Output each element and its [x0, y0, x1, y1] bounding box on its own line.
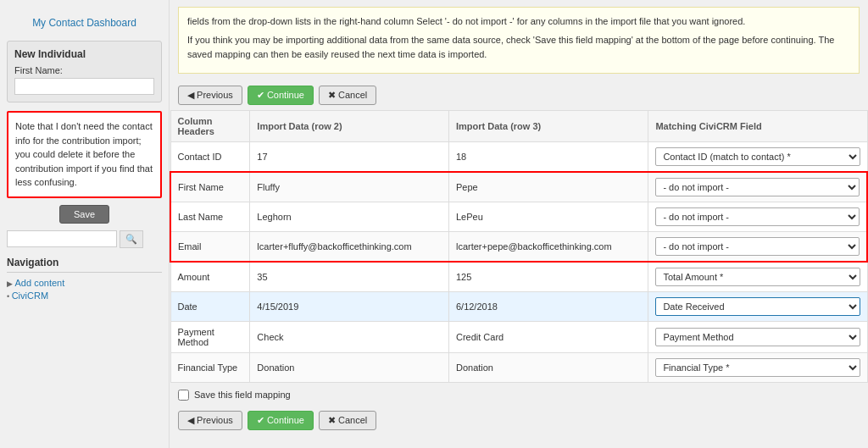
navigation-panel: Navigation Add content CiviCRM: [7, 257, 162, 301]
table-row: Emaillcarter+fluffy@backofficethinking.c…: [170, 231, 867, 262]
new-individual-panel: New Individual First Name:: [7, 41, 162, 102]
field-select[interactable]: - do not import -: [655, 237, 860, 256]
save-mapping-label: Save this field mapping: [194, 390, 291, 400]
cell-match-field: Date Received: [648, 291, 867, 321]
nav-item-civicrm[interactable]: CiviCRM: [7, 290, 162, 301]
cell-row2: Donation: [250, 352, 449, 382]
table-header-row: Column Headers Import Data (row 2) Impor…: [170, 110, 867, 141]
cell-col-header: Contact ID: [170, 141, 250, 172]
table-row: Contact ID1718Contact ID (match to conta…: [170, 141, 867, 172]
continue-button-bottom[interactable]: ✔ Continue: [248, 411, 314, 430]
add-content-link[interactable]: Add content: [15, 278, 65, 288]
cell-match-field: Total Amount *: [648, 262, 867, 292]
save-mapping-checkbox[interactable]: [178, 390, 189, 401]
field-select[interactable]: - do not import -: [655, 207, 860, 226]
field-select[interactable]: - do not import -: [655, 178, 860, 196]
cell-row2: Leghorn: [250, 202, 449, 231]
field-select[interactable]: Financial Type *: [655, 358, 860, 377]
cell-match-field: - do not import -: [648, 172, 867, 202]
field-select[interactable]: Total Amount *: [655, 268, 860, 286]
cell-col-header: Last Name: [170, 202, 250, 231]
info-line1: fields from the drop-down lists in the r…: [187, 14, 850, 30]
navigation-list: Add content CiviCRM: [7, 278, 162, 301]
cell-row3: Credit Card: [448, 321, 648, 352]
cell-match-field: - do not import -: [648, 231, 867, 262]
first-name-input[interactable]: [14, 78, 154, 95]
note-text: Note that I don't need the contact info …: [15, 121, 153, 187]
cell-row2: 35: [250, 262, 449, 292]
cell-row2: lcarter+fluffy@backofficethinking.com: [250, 231, 449, 262]
save-button[interactable]: Save: [59, 205, 109, 224]
civicrm-link[interactable]: CiviCRM: [12, 290, 48, 301]
col-header-row2: Import Data (row 2): [250, 110, 449, 141]
main-content: fields from the drop-down lists in the r…: [170, 0, 868, 448]
cell-col-header: Financial Type: [170, 352, 250, 382]
previous-button-bottom[interactable]: ◀ Previous: [178, 411, 242, 430]
cell-match-field: Contact ID (match to contact) *: [648, 141, 867, 172]
first-name-label: First Name:: [14, 65, 154, 75]
search-button[interactable]: 🔍: [120, 230, 143, 248]
nav-item-add-content[interactable]: Add content: [7, 278, 162, 288]
table-row: Date4/15/20196/12/2018Date Received: [170, 291, 867, 321]
cancel-button-bottom[interactable]: ✖ Cancel: [319, 411, 376, 430]
table-row: Last NameLeghornLePeu- do not import -: [170, 202, 867, 231]
cell-col-header: Amount: [170, 262, 250, 292]
search-input[interactable]: [7, 230, 117, 247]
cell-col-header: Payment Method: [170, 321, 250, 352]
cell-col-header: Date: [170, 291, 250, 321]
cancel-button-top[interactable]: ✖ Cancel: [319, 86, 376, 105]
cell-row2: Check: [250, 321, 449, 352]
info-line2: If you think you may be importing additi…: [187, 33, 850, 63]
field-select[interactable]: Contact ID (match to contact) *: [655, 147, 860, 166]
table-row: Amount35125Total Amount *: [170, 262, 867, 292]
cell-row3: Pepe: [448, 172, 648, 202]
field-select[interactable]: Payment Method: [655, 328, 860, 346]
table-row: First NameFluffyPepe- do not import -: [170, 172, 867, 202]
note-box: Note that I don't need the contact info …: [7, 111, 162, 198]
cell-col-header: First Name: [170, 172, 250, 202]
table-row: Financial TypeDonationDonationFinancial …: [170, 352, 867, 382]
info-box: fields from the drop-down lists in the r…: [178, 7, 860, 74]
cell-row2: Fluffy: [250, 172, 449, 202]
cell-row2: 4/15/2019: [250, 291, 449, 321]
cell-match-field: Payment Method: [648, 321, 867, 352]
sidebar: My Contact Dashboard New Individual Firs…: [0, 0, 170, 448]
cell-row3: 6/12/2018: [448, 291, 648, 321]
bottom-toolbar: ◀ Previous ✔ Continue ✖ Cancel: [170, 407, 868, 439]
cell-match-field: - do not import -: [648, 202, 867, 231]
previous-button-top[interactable]: ◀ Previous: [178, 86, 242, 105]
continue-button-top[interactable]: ✔ Continue: [248, 86, 314, 105]
col-header-row3: Import Data (row 3): [448, 110, 648, 141]
top-toolbar: ◀ Previous ✔ Continue ✖ Cancel: [170, 80, 868, 110]
navigation-title: Navigation: [7, 257, 162, 273]
cell-col-header: Email: [170, 231, 250, 262]
contact-dashboard-link[interactable]: My Contact Dashboard: [32, 17, 136, 29]
cell-row2: 17: [250, 141, 449, 172]
cell-row3: LePeu: [448, 202, 648, 231]
import-table: Column Headers Import Data (row 2) Impor…: [170, 110, 868, 383]
cell-row3: lcarter+pepe@backofficethinking.com: [448, 231, 648, 262]
col-header-column: Column Headers: [170, 110, 250, 141]
new-individual-title: New Individual: [14, 48, 154, 60]
contact-dashboard-link-container: My Contact Dashboard: [0, 8, 169, 41]
cell-match-field: Financial Type *: [648, 352, 867, 382]
field-select[interactable]: Date Received: [655, 297, 860, 316]
col-header-match: Matching CiviCRM Field: [648, 110, 867, 141]
cell-row3: 125: [448, 262, 648, 292]
cell-row3: Donation: [448, 352, 648, 382]
table-row: Payment MethodCheckCredit CardPayment Me…: [170, 321, 867, 352]
cell-row3: 18: [448, 141, 648, 172]
save-mapping-row: Save this field mapping: [170, 383, 868, 407]
